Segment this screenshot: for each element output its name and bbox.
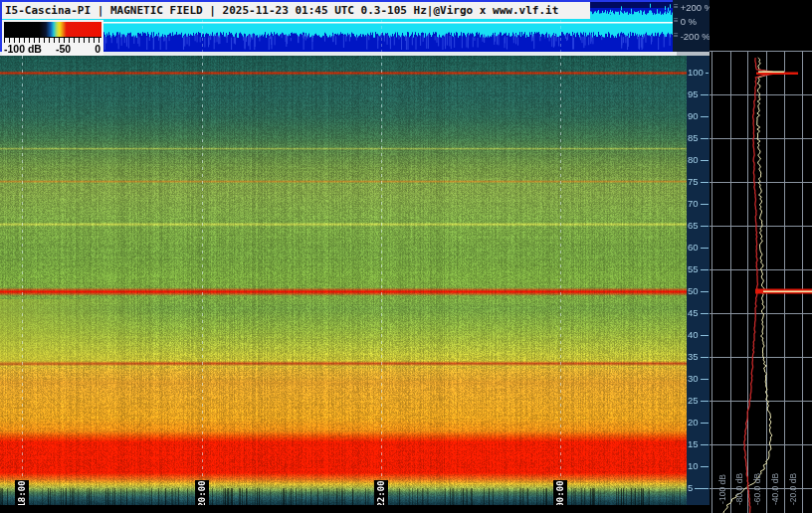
legend-label-min: -100 dB (4, 43, 42, 55)
page-title: I5-Cascina-PI | MAGNETIC FIELD | 2025-11… (5, 4, 558, 17)
freq-tick-line (701, 291, 709, 292)
legend-labels: -100 dB -50 0 (4, 43, 102, 57)
freq-tick-label: 30 (688, 374, 699, 384)
spectrogram-canvas (0, 56, 687, 505)
scale-tick-icon: ≡ (674, 32, 679, 40)
freq-tick-line (701, 379, 709, 380)
freq-tick: 60 (688, 243, 709, 253)
db-tick-text: -60.0 dB (752, 473, 762, 505)
freq-tick-line (701, 204, 709, 205)
time-tick-text: 18:00 (17, 480, 27, 507)
freq-tick-label: 40 (688, 330, 699, 340)
freq-tick-label: 100 (688, 68, 704, 78)
freq-tick-line (701, 226, 709, 227)
freq-tick: 15 (688, 439, 709, 449)
time-tick-label: 18:00 (15, 480, 29, 507)
time-tick-label: 20:00 (195, 480, 209, 507)
color-gradient-bar (4, 22, 102, 37)
freq-tick: 10 (688, 461, 709, 471)
freq-tick-line (701, 248, 709, 249)
freq-tick-label: 70 (688, 199, 699, 209)
freq-tick: 80 (688, 155, 709, 165)
spectrum-panel: -100 dB-80.0 dB-60.0 dB-40.0 dB-20.0 dB (710, 0, 812, 513)
db-tick-text: -80.0 dB (734, 473, 744, 505)
time-tick-label: 22:00 (374, 480, 388, 507)
freq-tick: 65 (688, 221, 709, 231)
freq-tick-line (701, 423, 709, 424)
db-tick-text: -40.0 dB (770, 473, 780, 505)
freq-tick: 30 (688, 374, 709, 384)
scale-label: 0 % (681, 16, 697, 27)
freq-tick: 100 (688, 68, 709, 78)
freq-tick-label: 55 (688, 264, 699, 274)
bottom-bar (0, 505, 710, 513)
freq-tick-label: 25 (688, 396, 699, 406)
db-tick-label: -100 dB (717, 467, 727, 511)
freq-tick-label: 95 (688, 89, 699, 99)
freq-tick-line (701, 335, 709, 336)
scale-row: ≡ -200 % (674, 31, 710, 41)
freq-tick-line (695, 488, 709, 489)
freq-tick-line (701, 160, 709, 161)
freq-tick-line (706, 73, 709, 74)
time-tick-label: 00:00 (553, 480, 567, 507)
freq-tick: 25 (688, 396, 709, 406)
freq-tick: 90 (688, 111, 709, 121)
freq-tick-line (701, 357, 709, 358)
amplitude-scale: ≡ +200 % ≡ 0 % ≡ -200 % (673, 0, 710, 52)
time-tick-text: 20:00 (197, 480, 207, 507)
freq-tick-label: 80 (688, 155, 699, 165)
freq-tick: 40 (688, 330, 709, 340)
freq-tick: 50 (688, 286, 709, 296)
db-tick-label: -80.0 dB (734, 467, 744, 511)
freq-tick-line (701, 116, 709, 117)
freq-tick-label: 75 (688, 177, 699, 187)
freq-tick-line (701, 138, 709, 139)
time-tick-text: 00:00 (555, 480, 565, 507)
freq-tick-label: 45 (688, 308, 699, 318)
freq-tick-line (701, 269, 709, 270)
freq-tick-label: 50 (688, 286, 699, 296)
frequency-axis: 1009590858075706560555045403530252015105 (687, 56, 710, 505)
freq-tick: 5 (688, 483, 709, 493)
db-tick-text: -100 dB (717, 474, 727, 504)
time-tick-text: 22:00 (376, 480, 386, 507)
freq-tick-label: 90 (688, 111, 699, 121)
legend-label-mid: -50 (56, 43, 71, 55)
db-tick-text: -20.0 dB (788, 473, 798, 505)
freq-tick-label: 5 (688, 483, 693, 493)
freq-tick: 20 (688, 418, 709, 428)
db-tick-label: -40.0 dB (770, 467, 780, 511)
freq-tick-label: 10 (688, 461, 699, 471)
db-tick-label: -20.0 dB (788, 467, 798, 511)
freq-tick-line (701, 182, 709, 183)
freq-tick: 85 (688, 133, 709, 143)
freq-tick: 35 (688, 352, 709, 362)
db-tick-label: -60.0 dB (752, 467, 762, 511)
scale-tick-icon: ≡ (674, 3, 679, 11)
spectrum-panel-canvas (710, 0, 812, 513)
scale-row: ≡ +200 % (674, 2, 712, 12)
freq-tick-label: 85 (688, 133, 699, 143)
freq-tick-label: 35 (688, 352, 699, 362)
title-bar: I5-Cascina-PI | MAGNETIC FIELD | 2025-11… (2, 2, 590, 19)
scale-label: +200 % (681, 2, 713, 13)
freq-tick-label: 60 (688, 243, 699, 253)
freq-tick: 75 (688, 177, 709, 187)
freq-tick-line (701, 401, 709, 402)
freq-tick: 45 (688, 308, 709, 318)
freq-tick-line (701, 313, 709, 314)
scale-label: -200 % (681, 31, 710, 42)
vlf-monitor-window: I5-Cascina-PI | MAGNETIC FIELD | 2025-11… (0, 0, 812, 513)
freq-tick-label: 65 (688, 221, 699, 231)
freq-tick-line (701, 444, 709, 445)
freq-tick-line (701, 466, 709, 467)
freq-tick-line (701, 94, 709, 95)
freq-tick: 95 (688, 89, 709, 99)
legend-label-max: 0 (95, 43, 101, 55)
scale-tick-icon: ≡ (674, 17, 679, 25)
scale-row: ≡ 0 % (674, 16, 697, 26)
freq-tick-label: 20 (688, 418, 699, 428)
freq-tick-label: 15 (688, 439, 699, 449)
freq-tick: 55 (688, 264, 709, 274)
